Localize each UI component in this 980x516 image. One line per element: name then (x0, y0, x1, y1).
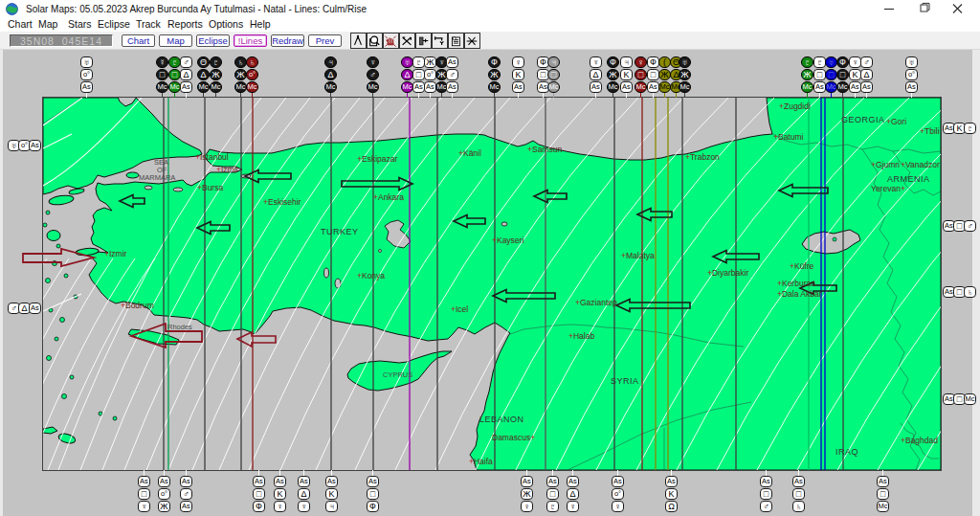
svg-text:+Zugdidi: +Zugdidi (779, 101, 811, 111)
svg-text:+Bodrum: +Bodrum (121, 301, 154, 310)
svg-text:+Baghdad: +Baghdad (901, 436, 938, 445)
svg-text:+Istanbul: +Istanbul (195, 152, 229, 162)
svg-text:SYRIA: SYRIA (611, 376, 639, 386)
svg-text:IRAQ: IRAQ (835, 447, 858, 457)
svg-text:+Haifa: +Haifa (469, 457, 493, 466)
svg-text:+Ankara: +Ankara (373, 192, 404, 202)
svg-text:+Vanadzor: +Vanadzor (901, 160, 940, 169)
svg-text:+Gaziantep: +Gaziantep (575, 298, 617, 307)
svg-text:Damascus+: Damascus+ (492, 433, 535, 442)
svg-text:+Tbili: +Tbili (920, 126, 940, 136)
svg-text:+Trabzon: +Trabzon (685, 152, 720, 162)
svg-text:GEORGIA: GEORGIA (841, 115, 885, 124)
svg-text:+Küfre: +Küfre (790, 261, 814, 271)
svg-text:+Bursa: +Bursa (197, 183, 223, 192)
svg-text:Rhodes: Rhodes (167, 323, 192, 331)
svg-text:+Kerburan: +Kerburan (777, 279, 815, 288)
svg-text:+Eskipazar: +Eskipazar (357, 154, 397, 164)
svg-text:+Malatya: +Malatya (621, 251, 655, 260)
svg-text:+Diyarbakir: +Diyarbakir (707, 268, 748, 278)
svg-text:+Eskisehir: +Eskisehir (263, 197, 301, 207)
svg-text:MARMARA: MARMARA (139, 173, 175, 182)
svg-text:+Dala Akbar: +Dala Akbar (777, 289, 822, 299)
svg-text:+Samsun: +Samsun (527, 145, 562, 154)
svg-text:+Icel: +Icel (451, 304, 468, 314)
svg-text:CYPRUS: CYPRUS (383, 370, 412, 379)
svg-text:+Izmit: +Izmit (216, 165, 239, 174)
svg-text:Yerevan+: Yerevan+ (871, 184, 905, 193)
svg-text:LEBANON: LEBANON (479, 415, 524, 424)
svg-text:ARMENIA: ARMENIA (887, 174, 930, 184)
svg-text:+Känil: +Känil (458, 148, 481, 158)
svg-text:TURKEY: TURKEY (321, 227, 359, 236)
svg-text:+Batumi: +Batumi (773, 132, 804, 142)
svg-text:+Izmir: +Izmir (104, 249, 127, 258)
svg-text:+Gori: +Gori (886, 117, 906, 126)
svg-text:+Konya: +Konya (357, 271, 385, 280)
svg-text:+Gjumri: +Gjumri (871, 160, 900, 169)
svg-text:+Kayseri: +Kayseri (492, 236, 523, 245)
svg-text:+Halab: +Halab (568, 331, 594, 341)
